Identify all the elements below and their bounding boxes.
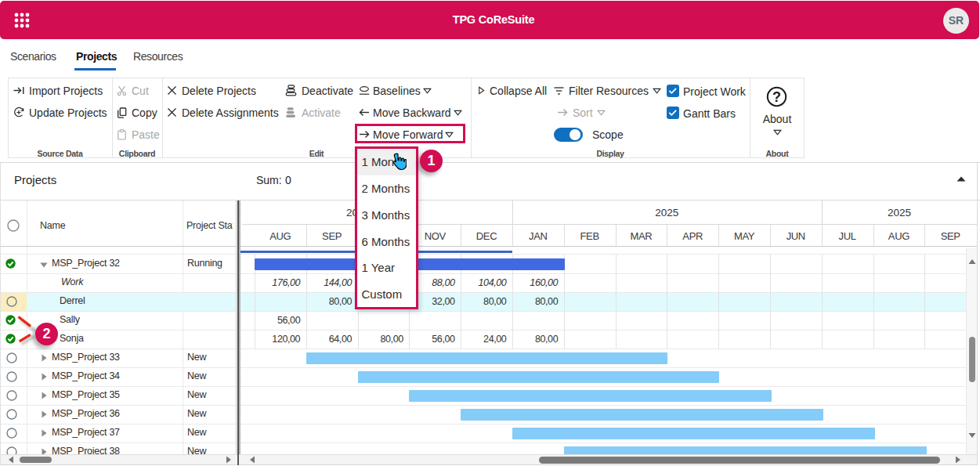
svg-text:?: ? [772,89,781,105]
